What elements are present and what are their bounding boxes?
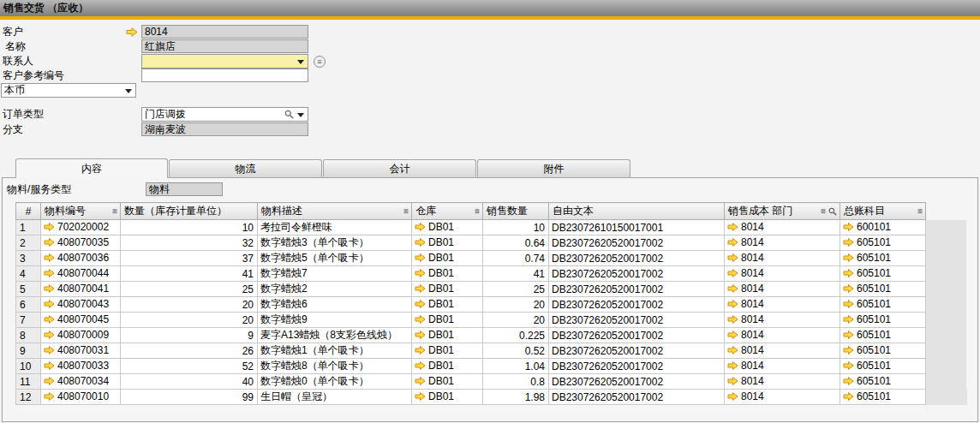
sales-qty-cell[interactable]: 0.74 xyxy=(483,251,549,266)
cost-center-cell[interactable]: 8014 xyxy=(725,251,840,266)
warehouse-cell[interactable]: DB01 xyxy=(412,343,483,359)
warehouse-cell[interactable]: DB01 xyxy=(412,251,483,266)
link-arrow-icon[interactable] xyxy=(843,391,854,403)
sales-qty-cell[interactable]: 10 xyxy=(483,220,549,235)
col-header-gl-account[interactable]: 总账科目≡ xyxy=(840,203,926,220)
item-code-cell[interactable]: 408070031 xyxy=(41,343,121,359)
chevron-down-icon[interactable] xyxy=(297,113,304,117)
column-filter-icon[interactable]: ≡ xyxy=(917,206,923,217)
item-description-cell[interactable]: 数字蜡烛8（单个吸卡） xyxy=(258,359,412,374)
link-arrow-icon[interactable] xyxy=(415,314,426,326)
quantity-cell[interactable]: 25 xyxy=(121,282,258,297)
chevron-down-icon[interactable] xyxy=(125,89,132,93)
search-icon[interactable] xyxy=(284,110,294,122)
gl-account-cell[interactable]: 605101 xyxy=(840,328,926,343)
sales-qty-cell[interactable]: 0.64 xyxy=(483,235,549,251)
link-arrow-icon[interactable] xyxy=(415,237,426,249)
link-arrow-icon[interactable] xyxy=(44,376,55,388)
link-arrow-icon[interactable] xyxy=(44,283,55,295)
link-arrow-icon[interactable] xyxy=(415,360,426,372)
link-arrow-icon[interactable] xyxy=(415,268,426,280)
chevron-down-icon[interactable] xyxy=(297,60,304,64)
cost-center-cell[interactable]: 8014 xyxy=(725,220,840,235)
item-code-cell[interactable]: 408070041 xyxy=(41,282,121,297)
col-header-cost-center[interactable]: 销售成本 部门≡ xyxy=(725,203,840,220)
item-code-cell[interactable]: 408070034 xyxy=(41,374,121,390)
row-number-cell[interactable]: 1 xyxy=(16,220,41,235)
warehouse-cell[interactable]: DB01 xyxy=(412,297,483,313)
free-text-cell[interactable]: DB23072620520017002 xyxy=(549,374,725,390)
gl-account-cell[interactable]: 605101 xyxy=(840,343,926,359)
row-number-cell[interactable]: 12 xyxy=(16,390,41,405)
link-arrow-icon[interactable] xyxy=(727,268,738,280)
warehouse-cell[interactable]: DB01 xyxy=(412,359,483,374)
row-number-cell[interactable]: 10 xyxy=(16,359,41,374)
gl-account-cell[interactable]: 605101 xyxy=(840,235,926,251)
cost-center-cell[interactable]: 8014 xyxy=(725,313,840,328)
link-arrow-icon[interactable] xyxy=(415,222,426,234)
free-text-cell[interactable]: DB23072620520017002 xyxy=(549,282,725,297)
link-arrow-icon[interactable] xyxy=(843,268,854,280)
item-description-cell[interactable]: 数字蜡烛3（单个吸卡） xyxy=(258,235,412,251)
row-number-cell[interactable]: 3 xyxy=(16,251,41,266)
gl-account-cell[interactable]: 605101 xyxy=(840,374,926,390)
sales-qty-cell[interactable]: 20 xyxy=(483,297,549,313)
sales-qty-cell[interactable]: 0.8 xyxy=(483,374,549,390)
gl-account-cell[interactable]: 605101 xyxy=(840,282,926,297)
item-description-cell[interactable]: 数字蜡烛2 xyxy=(258,282,412,297)
cost-center-cell[interactable]: 8014 xyxy=(725,374,840,390)
quantity-cell[interactable]: 10 xyxy=(121,220,258,235)
customer-ref-field[interactable] xyxy=(141,69,308,82)
free-text-cell[interactable]: DB23072620520017002 xyxy=(549,297,725,313)
order-type-combo[interactable]: 门店调拨 xyxy=(141,107,308,122)
link-arrow-icon[interactable] xyxy=(843,253,854,265)
link-arrow-icon[interactable] xyxy=(843,314,854,326)
link-arrow-icon[interactable] xyxy=(843,345,854,357)
free-text-cell[interactable]: DB23072620520017002 xyxy=(549,251,725,266)
gl-account-cell[interactable]: 605101 xyxy=(840,359,926,374)
warehouse-cell[interactable]: DB01 xyxy=(412,313,483,328)
cost-center-cell[interactable]: 8014 xyxy=(725,343,840,359)
sales-qty-cell[interactable]: 0.52 xyxy=(483,343,549,359)
quantity-cell[interactable]: 32 xyxy=(121,235,258,251)
currency-combo[interactable]: 本币 xyxy=(1,83,136,98)
item-code-cell[interactable]: 408070009 xyxy=(41,328,121,343)
quantity-cell[interactable]: 37 xyxy=(121,251,258,266)
row-number-cell[interactable]: 9 xyxy=(16,343,41,359)
sales-qty-cell[interactable]: 20 xyxy=(483,313,549,328)
contact-person-combo[interactable] xyxy=(141,54,308,69)
column-filter-icon[interactable]: ≡ xyxy=(821,206,826,217)
item-description-cell[interactable]: 考拉司令鲜橙味 xyxy=(258,220,412,235)
link-arrow-icon[interactable] xyxy=(727,237,738,249)
gl-account-cell[interactable]: 605101 xyxy=(840,297,926,313)
cost-center-cell[interactable]: 8014 xyxy=(725,282,840,297)
sales-qty-cell[interactable]: 1.98 xyxy=(483,390,549,405)
col-header-description[interactable]: 物料描述≡ xyxy=(258,203,412,220)
col-header-quantity[interactable]: 数量（库存计量单位） xyxy=(121,203,258,220)
link-arrow-icon[interactable] xyxy=(415,253,426,265)
free-text-cell[interactable]: DB23072620520017002 xyxy=(549,328,725,343)
free-text-cell[interactable]: DB23072620520017002 xyxy=(549,343,725,359)
quantity-cell[interactable]: 26 xyxy=(121,343,258,359)
item-description-cell[interactable]: 生日帽（皇冠） xyxy=(258,390,412,405)
link-arrow-icon[interactable] xyxy=(843,283,854,295)
link-arrow-icon[interactable] xyxy=(44,391,55,403)
item-description-cell[interactable]: 数字蜡烛6 xyxy=(258,297,412,313)
link-arrow-icon[interactable] xyxy=(727,376,738,388)
link-arrow-icon[interactable] xyxy=(727,345,738,357)
col-header-item-code[interactable]: 物料编号≡ xyxy=(41,203,121,220)
item-code-cell[interactable]: 408070035 xyxy=(41,235,121,251)
quantity-cell[interactable]: 20 xyxy=(121,297,258,313)
sales-qty-cell[interactable]: 0.225 xyxy=(483,328,549,343)
quantity-cell[interactable]: 99 xyxy=(121,390,258,405)
item-service-type-field[interactable] xyxy=(146,182,223,196)
item-code-cell[interactable]: 408070036 xyxy=(41,251,121,266)
link-arrow-icon[interactable] xyxy=(44,330,55,342)
col-header-warehouse[interactable]: 仓库≡ xyxy=(412,203,483,220)
row-number-cell[interactable]: 4 xyxy=(16,266,41,282)
quantity-cell[interactable]: 41 xyxy=(121,266,258,282)
cost-center-cell[interactable]: 8014 xyxy=(725,328,840,343)
link-arrow-icon[interactable] xyxy=(415,283,426,295)
row-number-cell[interactable]: 5 xyxy=(16,282,41,297)
customer-field[interactable] xyxy=(141,25,308,39)
